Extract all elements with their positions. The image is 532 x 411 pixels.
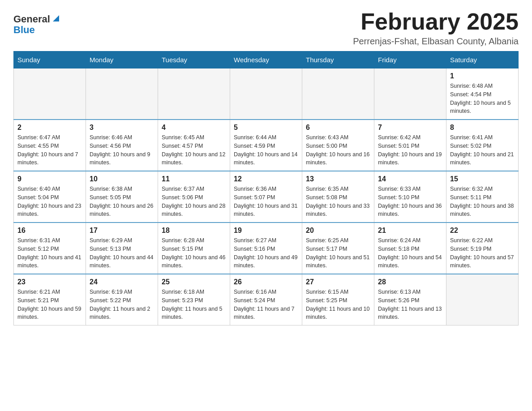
day-info: Sunrise: 6:46 AMSunset: 4:56 PMDaylight:…: [90, 133, 154, 167]
day-number: 15: [450, 175, 515, 183]
day-number: 19: [234, 227, 298, 235]
day-number: 14: [378, 175, 442, 183]
table-row: 9Sunrise: 6:40 AMSunset: 5:04 PMDaylight…: [14, 171, 86, 223]
day-info: Sunrise: 6:25 AMSunset: 5:17 PMDaylight:…: [306, 236, 370, 270]
day-info: Sunrise: 6:45 AMSunset: 4:57 PMDaylight:…: [162, 133, 226, 167]
table-row: [230, 68, 302, 120]
calendar-week-row: 9Sunrise: 6:40 AMSunset: 5:04 PMDaylight…: [14, 171, 519, 223]
day-info: Sunrise: 6:27 AMSunset: 5:16 PMDaylight:…: [234, 236, 298, 270]
table-row: 5Sunrise: 6:44 AMSunset: 4:59 PMDaylight…: [230, 120, 302, 171]
day-number: 25: [162, 278, 226, 286]
day-number: 7: [378, 124, 442, 132]
day-info: Sunrise: 6:31 AMSunset: 5:12 PMDaylight:…: [17, 236, 82, 270]
day-info: Sunrise: 6:33 AMSunset: 5:10 PMDaylight:…: [378, 185, 442, 218]
table-row: 22Sunrise: 6:22 AMSunset: 5:19 PMDayligh…: [446, 223, 519, 274]
day-number: 3: [90, 124, 154, 132]
day-info: Sunrise: 6:15 AMSunset: 5:25 PMDaylight:…: [306, 288, 370, 321]
day-info: Sunrise: 6:18 AMSunset: 5:23 PMDaylight:…: [162, 288, 226, 321]
day-number: 9: [17, 175, 82, 183]
day-number: 21: [378, 227, 442, 235]
day-info: Sunrise: 6:21 AMSunset: 5:21 PMDaylight:…: [17, 288, 82, 321]
table-row: 12Sunrise: 6:36 AMSunset: 5:07 PMDayligh…: [230, 171, 302, 223]
day-number: 1: [450, 72, 515, 80]
day-info: Sunrise: 6:47 AMSunset: 4:55 PMDaylight:…: [17, 133, 82, 167]
day-info: Sunrise: 6:42 AMSunset: 5:01 PMDaylight:…: [378, 133, 442, 167]
col-thursday: Thursday: [302, 51, 374, 68]
col-saturday: Saturday: [446, 51, 519, 68]
day-info: Sunrise: 6:38 AMSunset: 5:05 PMDaylight:…: [90, 185, 154, 218]
day-number: 6: [306, 124, 370, 132]
table-row: 3Sunrise: 6:46 AMSunset: 4:56 PMDaylight…: [86, 120, 158, 171]
day-number: 24: [90, 278, 154, 286]
col-sunday: Sunday: [14, 51, 86, 68]
col-wednesday: Wednesday: [230, 51, 302, 68]
table-row: 20Sunrise: 6:25 AMSunset: 5:17 PMDayligh…: [302, 223, 374, 274]
day-number: 23: [17, 278, 82, 286]
svg-marker-0: [53, 15, 59, 21]
day-number: 11: [162, 175, 226, 183]
day-number: 18: [162, 227, 226, 235]
day-number: 5: [234, 124, 298, 132]
title-block: February 2025 Perrenjas-Fshat, Elbasan C…: [353, 9, 519, 47]
day-number: 13: [306, 175, 370, 183]
table-row: [158, 68, 230, 120]
day-number: 4: [162, 124, 226, 132]
calendar-week-row: 23Sunrise: 6:21 AMSunset: 5:21 PMDayligh…: [14, 274, 519, 325]
day-info: Sunrise: 6:36 AMSunset: 5:07 PMDaylight:…: [234, 185, 298, 218]
month-year-title: February 2025: [353, 9, 519, 34]
day-info: Sunrise: 6:44 AMSunset: 4:59 PMDaylight:…: [234, 133, 298, 167]
table-row: 14Sunrise: 6:33 AMSunset: 5:10 PMDayligh…: [374, 171, 446, 223]
day-number: 20: [306, 227, 370, 235]
day-number: 26: [234, 278, 298, 286]
day-number: 2: [17, 124, 82, 132]
col-friday: Friday: [374, 51, 446, 68]
table-row: [86, 68, 158, 120]
table-row: [302, 68, 374, 120]
calendar-week-row: 16Sunrise: 6:31 AMSunset: 5:12 PMDayligh…: [14, 223, 519, 274]
day-number: 28: [378, 278, 442, 286]
table-row: 15Sunrise: 6:32 AMSunset: 5:11 PMDayligh…: [446, 171, 519, 223]
table-row: 7Sunrise: 6:42 AMSunset: 5:01 PMDaylight…: [374, 120, 446, 171]
day-info: Sunrise: 6:48 AMSunset: 4:54 PMDaylight:…: [450, 82, 515, 116]
logo-blue-text: Blue: [13, 25, 35, 35]
location-subtitle: Perrenjas-Fshat, Elbasan County, Albania: [353, 36, 519, 47]
day-number: 16: [17, 227, 82, 235]
day-info: Sunrise: 6:35 AMSunset: 5:08 PMDaylight:…: [306, 185, 370, 218]
table-row: 21Sunrise: 6:24 AMSunset: 5:18 PMDayligh…: [374, 223, 446, 274]
logo-general-text: General: [13, 14, 50, 24]
day-info: Sunrise: 6:29 AMSunset: 5:13 PMDaylight:…: [90, 236, 154, 270]
day-info: Sunrise: 6:32 AMSunset: 5:11 PMDaylight:…: [450, 185, 515, 218]
page-header: General Blue February 2025 Perrenjas-Fsh…: [13, 9, 519, 47]
day-info: Sunrise: 6:13 AMSunset: 5:26 PMDaylight:…: [378, 288, 442, 321]
day-info: Sunrise: 6:40 AMSunset: 5:04 PMDaylight:…: [17, 185, 82, 218]
table-row: 13Sunrise: 6:35 AMSunset: 5:08 PMDayligh…: [302, 171, 374, 223]
day-number: 17: [90, 227, 154, 235]
day-info: Sunrise: 6:28 AMSunset: 5:15 PMDaylight:…: [162, 236, 226, 270]
calendar-table: Sunday Monday Tuesday Wednesday Thursday…: [13, 51, 519, 325]
calendar-header-row: Sunday Monday Tuesday Wednesday Thursday…: [14, 51, 519, 68]
day-info: Sunrise: 6:41 AMSunset: 5:02 PMDaylight:…: [450, 133, 515, 167]
col-monday: Monday: [86, 51, 158, 68]
table-row: 25Sunrise: 6:18 AMSunset: 5:23 PMDayligh…: [158, 274, 230, 325]
logo-triangle-icon: [51, 13, 61, 23]
day-number: 27: [306, 278, 370, 286]
table-row: 2Sunrise: 6:47 AMSunset: 4:55 PMDaylight…: [14, 120, 86, 171]
day-info: Sunrise: 6:37 AMSunset: 5:06 PMDaylight:…: [162, 185, 226, 218]
table-row: 26Sunrise: 6:16 AMSunset: 5:24 PMDayligh…: [230, 274, 302, 325]
day-info: Sunrise: 6:22 AMSunset: 5:19 PMDaylight:…: [450, 236, 515, 270]
table-row: 28Sunrise: 6:13 AMSunset: 5:26 PMDayligh…: [374, 274, 446, 325]
table-row: 17Sunrise: 6:29 AMSunset: 5:13 PMDayligh…: [86, 223, 158, 274]
day-info: Sunrise: 6:16 AMSunset: 5:24 PMDaylight:…: [234, 288, 298, 321]
table-row: [446, 274, 519, 325]
table-row: 4Sunrise: 6:45 AMSunset: 4:57 PMDaylight…: [158, 120, 230, 171]
day-info: Sunrise: 6:24 AMSunset: 5:18 PMDaylight:…: [378, 236, 442, 270]
day-number: 10: [90, 175, 154, 183]
table-row: 24Sunrise: 6:19 AMSunset: 5:22 PMDayligh…: [86, 274, 158, 325]
day-number: 12: [234, 175, 298, 183]
table-row: 11Sunrise: 6:37 AMSunset: 5:06 PMDayligh…: [158, 171, 230, 223]
table-row: 19Sunrise: 6:27 AMSunset: 5:16 PMDayligh…: [230, 223, 302, 274]
table-row: 8Sunrise: 6:41 AMSunset: 5:02 PMDaylight…: [446, 120, 519, 171]
table-row: 1Sunrise: 6:48 AMSunset: 4:54 PMDaylight…: [446, 68, 519, 120]
table-row: [14, 68, 86, 120]
table-row: 27Sunrise: 6:15 AMSunset: 5:25 PMDayligh…: [302, 274, 374, 325]
